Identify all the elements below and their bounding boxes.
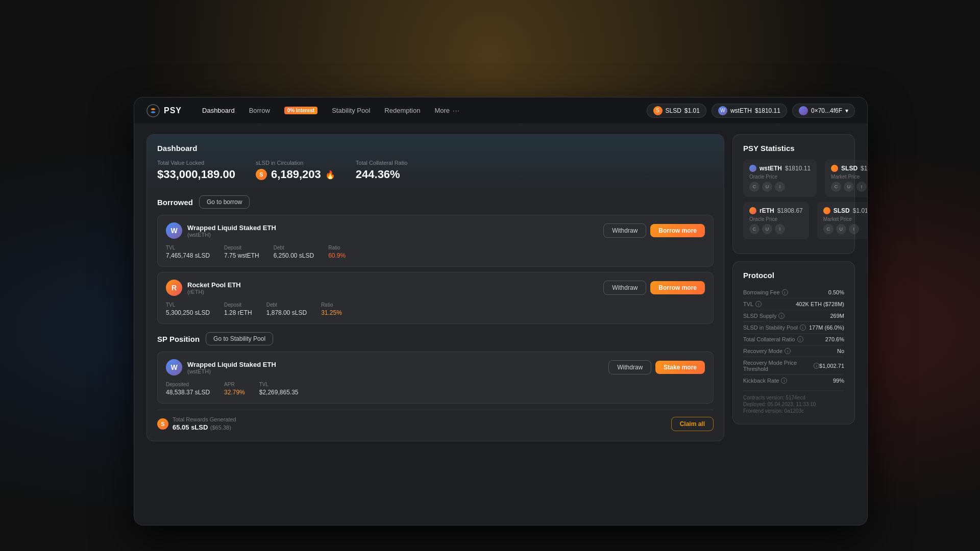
protocol-row-3: SLSD in Stability Pool i 177M (66.0%) — [743, 322, 844, 334]
deployed-date: Deployed: 05.04.2023, 11:33:10 — [743, 402, 844, 407]
reth-borrow-top: R Rocket Pool ETH (rETH) Withdraw Borrow… — [166, 280, 705, 296]
sp-wsteth-name: Wrapped Liquid Staked ETH — [187, 361, 276, 368]
info-icon[interactable]: i — [800, 324, 806, 331]
info-icon[interactable]: i — [755, 301, 762, 307]
tcr-label: Total Collateral Ratio — [356, 160, 408, 166]
reth-borrow-row: R Rocket Pool ETH (rETH) Withdraw Borrow… — [157, 272, 714, 324]
protocol-row-1: TVL i 402K ETH ($728M) — [743, 298, 844, 310]
sp-stake-more-button[interactable]: Stake more — [655, 361, 705, 374]
nav-borrow[interactable]: Borrow — [243, 104, 276, 117]
reth-borrow-sub: (rETH) — [187, 289, 241, 295]
device-frame: PSY Dashboard Borrow 0% Interest Stabili… — [134, 97, 868, 525]
slsd-icon: S — [653, 106, 663, 115]
psy-stats-title: PSY Statistics — [743, 144, 844, 153]
protocol-rows: Borrowing Fee i 0.50% TVL i 402K ETH ($7… — [743, 287, 844, 386]
go-to-borrow-button[interactable]: Go to borrow — [199, 195, 250, 209]
reth-link-3[interactable]: I — [775, 224, 785, 234]
sp-header: SP Position Go to Stability Pool — [157, 332, 714, 345]
app-name: PSY — [164, 106, 182, 115]
sp-wsteth-sub: (wstETH) — [187, 368, 276, 374]
nav-right: S SLSD $1.01 W wstETH $1810.11 0×70...4f… — [647, 104, 855, 118]
reth-link-2[interactable]: U — [762, 224, 772, 234]
slsd2-link-3[interactable]: I — [849, 224, 859, 234]
info-icon[interactable]: i — [785, 348, 791, 354]
sp-wsteth-top: W Wrapped Liquid Staked ETH (wstETH) Wit… — [166, 359, 705, 375]
right-column: PSY Statistics wstETH $1810.11 Oracle Pr… — [732, 134, 855, 515]
slsd-price-chip: S SLSD $1.01 — [647, 104, 706, 118]
wsteth-link-3[interactable]: I — [775, 182, 785, 192]
version-info: Contracts version: 5174ecd Deployed: 05.… — [743, 390, 844, 414]
reth-borrow-name: Rocket Pool ETH — [187, 281, 241, 289]
wsteth-link-1[interactable]: C — [749, 182, 760, 192]
protocol-row-4: Total Collateral Ratio i 270.6% — [743, 334, 844, 345]
nav-redemption[interactable]: Redemption — [378, 104, 426, 117]
slsd-links-2: C U I — [823, 224, 867, 234]
nav-dashboard[interactable]: Dashboard — [196, 104, 241, 117]
wsteth-borrow-top: W Wrapped Liquid Staked ETH (wstETH) Wit… — [166, 222, 705, 239]
reth-borrow-stats: TVL 5,300,250 sLSD Deposit 1.28 rETH Deb… — [166, 302, 705, 316]
slsd-link-2[interactable]: U — [844, 182, 854, 192]
slsd-link-1[interactable]: C — [831, 182, 841, 192]
dashboard-header: Dashboard Total Value Locked $33,000,189… — [147, 135, 724, 188]
psy-wsteth-token: wstETH $1810.11 Oracle Price C U I — [743, 160, 817, 197]
info-icon[interactable]: i — [782, 289, 788, 295]
wsteth-borrow-row: W Wrapped Liquid Staked ETH (wstETH) Wit… — [157, 215, 714, 267]
contracts-version: Contracts version: 5174ecd — [743, 395, 844, 400]
protocol-row-6: Recovery Mode Price Threshold i $1,002.7… — [743, 357, 844, 375]
wsteth-withdraw-button[interactable]: Withdraw — [603, 223, 646, 238]
slsd-circ-stat: sLSD in Circulation S 6,189,203 🔥 — [256, 160, 335, 181]
slsd-circ-value: S 6,189,203 🔥 — [256, 168, 335, 181]
sp-withdraw-button[interactable]: Withdraw — [608, 360, 651, 374]
reth-ratio-value: 31.25% — [321, 309, 342, 316]
slsd2-link-2[interactable]: U — [836, 224, 846, 234]
info-icon[interactable]: i — [778, 313, 785, 319]
wsteth-borrow-more-button[interactable]: Borrow more — [650, 224, 705, 237]
sp-position-section: SP Position Go to Stability Pool W Wrapp… — [157, 332, 714, 432]
info-icon[interactable]: i — [781, 378, 787, 384]
slsd-circle-icon: S — [256, 169, 267, 180]
reth-withdraw-button[interactable]: Withdraw — [603, 281, 646, 295]
slsd-circ-label: sLSD in Circulation — [256, 160, 335, 166]
slsd-links-1: C U I — [831, 182, 867, 192]
psy-logo-icon — [146, 104, 160, 117]
psy-slsd-token-1: SLSD $1.01 Market Price C U I — [825, 160, 867, 197]
psy-slsd-dot-2 — [823, 207, 830, 214]
nav-more[interactable]: More ··· — [428, 104, 465, 117]
claim-all-button[interactable]: Claim all — [671, 417, 714, 431]
nav-stability-pool[interactable]: Stability Pool — [326, 104, 376, 117]
logo: PSY — [146, 104, 182, 117]
wsteth-token-icon: W — [166, 222, 182, 239]
tcr-value: 244.36% — [356, 168, 408, 181]
frontend-version: Frontend version: 0a1203c — [743, 408, 844, 414]
protocol-card: Protocol Borrowing Fee i 0.50% TVL i 402… — [732, 261, 855, 424]
info-icon[interactable]: i — [797, 336, 803, 342]
psy-reth-token: rETH $1808.67 Oracle Price C U I — [743, 202, 809, 239]
info-icon[interactable]: i — [814, 363, 819, 369]
sp-title: SP Position — [157, 335, 200, 343]
slsd2-link-1[interactable]: C — [823, 224, 834, 234]
go-to-stability-pool-button[interactable]: Go to Stability Pool — [206, 332, 273, 345]
rewards-value: 65.05 sLSD — [173, 423, 208, 431]
wsteth-link-2[interactable]: U — [762, 182, 772, 192]
reth-borrow-info: R Rocket Pool ETH (rETH) — [166, 280, 241, 296]
svg-point-0 — [147, 105, 159, 117]
tcr-stat: Total Collateral Ratio 244.36% — [356, 160, 408, 181]
tvl-label: Total Value Locked — [157, 160, 235, 166]
nav-interest[interactable]: 0% Interest — [278, 104, 324, 117]
wsteth-borrow-info: W Wrapped Liquid Staked ETH (wstETH) — [166, 222, 276, 239]
wallet-button[interactable]: 0×70...4f6F ▾ — [792, 104, 855, 118]
protocol-row-2: SLSD Supply i 269M — [743, 310, 844, 322]
chevron-down-icon: ▾ — [845, 107, 848, 114]
reth-borrow-more-button[interactable]: Borrow more — [650, 281, 705, 294]
psy-slsd-dot-1 — [831, 165, 838, 172]
slsd-link-3[interactable]: I — [856, 182, 867, 192]
fire-icon: 🔥 — [325, 170, 335, 180]
tvl-stat: Total Value Locked $33,000,189.00 — [157, 160, 235, 181]
reth-link-1[interactable]: C — [749, 224, 760, 234]
wsteth-icon: W — [718, 106, 727, 115]
sp-wsteth-actions: Withdraw Stake more — [608, 360, 705, 374]
dashboard-title: Dashboard — [157, 144, 714, 153]
stats-row: Total Value Locked $33,000,189.00 sLSD i… — [157, 160, 714, 181]
sp-wsteth-stats: Deposited 48,538.37 sLSD APR 32.79% TVL … — [166, 382, 705, 396]
borrowed-header: Borrowed Go to borrow — [157, 195, 714, 209]
